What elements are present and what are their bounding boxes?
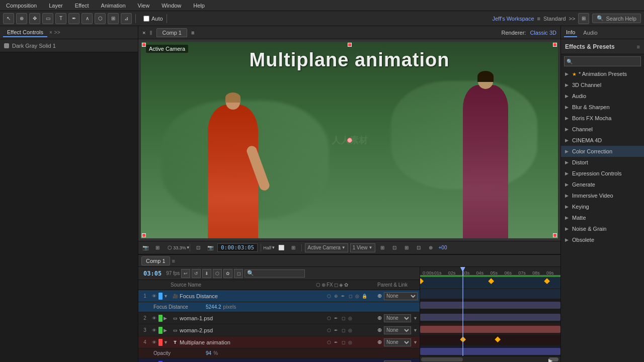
fx-item-obsolete[interactable]: ▶ Obsolete — [561, 234, 644, 245]
vt-grid[interactable]: ⊞ — [401, 243, 412, 253]
sub-prop-value[interactable]: 94 — [206, 350, 211, 356]
keyframe[interactable] — [420, 279, 424, 284]
parent-select[interactable]: None — [384, 326, 411, 334]
handle-bottom-right[interactable] — [553, 233, 557, 237]
li-solo[interactable]: ◎ — [354, 293, 360, 299]
layer-expand[interactable]: ▶ — [164, 328, 171, 333]
vt-pixel[interactable]: ⊞ — [288, 243, 298, 253]
tool-arrow[interactable]: ↖ — [3, 13, 14, 24]
li-markers[interactable]: ◻ — [340, 339, 346, 345]
vt-channels[interactable]: ⊡ — [414, 243, 424, 253]
track-row[interactable] — [420, 345, 560, 356]
vt-quality[interactable]: Half ▼ — [264, 243, 274, 253]
tool-extra1[interactable]: ⊞ — [578, 13, 589, 24]
standard-expand-icon[interactable]: >> — [569, 16, 576, 22]
li-paint[interactable]: ✒ — [340, 293, 346, 299]
comp-tab[interactable]: Comp 1 — [156, 28, 187, 37]
tl-tab-menu[interactable]: ≡ — [172, 258, 175, 264]
fx-item-matte[interactable]: ▶ Matte — [561, 212, 644, 223]
timeline-tab-comp1[interactable]: Comp 1 — [141, 256, 170, 265]
li-transform[interactable]: ⬡ — [326, 327, 332, 333]
search-help-box[interactable]: 🔍 Search Help — [592, 14, 641, 23]
fx-item-audio[interactable]: ▶ Audio — [561, 90, 644, 102]
tool-shape[interactable]: ⬡ — [95, 13, 106, 24]
keyframe[interactable] — [460, 337, 465, 342]
fx-item-animation-presets[interactable]: ▶ ★ * Animation Presets — [561, 68, 644, 79]
track-row[interactable] — [420, 277, 560, 289]
parent-select[interactable]: None — [384, 338, 411, 346]
menu-window[interactable]: Window — [159, 2, 183, 10]
tl-ctrl-3[interactable]: ⬇ — [202, 269, 211, 278]
fx-item-keying[interactable]: ▶ Keying — [561, 201, 644, 212]
auto-checkbox[interactable] — [143, 16, 149, 22]
fx-item-expression-controls[interactable]: ▶ Expression Controls — [561, 168, 644, 179]
menu-composition[interactable]: Composition — [4, 2, 39, 10]
tl-ctrl-4[interactable]: ⬡ — [213, 269, 222, 278]
vt-snapshot[interactable]: 📷 — [140, 243, 150, 253]
keyframe[interactable] — [544, 279, 550, 284]
li-paint[interactable]: ✒ — [333, 339, 339, 345]
parent-select[interactable]: None — [384, 292, 418, 300]
li-solo[interactable]: ◎ — [347, 327, 353, 333]
fx-item-distort[interactable]: ▶ Distort — [561, 157, 644, 168]
renderer-value[interactable]: Classic 3D — [530, 30, 556, 36]
vt-screen[interactable]: ⊞ — [152, 243, 163, 253]
tab-info[interactable]: Info — [564, 28, 577, 37]
panel-close-icon[interactable]: × — [49, 30, 52, 35]
li-effects[interactable]: ⊕ — [333, 293, 339, 299]
handle-bottom-left[interactable] — [142, 233, 146, 237]
fx-item-cinema4d[interactable]: ▶ CINEMA 4D — [561, 135, 644, 146]
layer-row[interactable]: 5 👁 ▼ ▭ Dark Gray Solid 1 ⬡ ✒ ◻ ◎ — [138, 358, 420, 362]
tl-ctrl-1[interactable]: ↩ — [181, 269, 190, 278]
tool-puppet[interactable]: ⊞ — [108, 13, 119, 24]
panel-expand-icon[interactable]: >> — [54, 30, 60, 35]
fx-item-generate[interactable]: ▶ Generate — [561, 179, 644, 190]
layer-expand[interactable]: ▶ — [164, 316, 171, 321]
vt-transparency[interactable]: ⬜ — [276, 243, 286, 253]
vt-timecode[interactable]: 0:00:03:05 — [217, 243, 258, 252]
fx-item-channel[interactable]: ▶ Channel — [561, 124, 644, 135]
li-transform[interactable]: ⬡ — [326, 339, 332, 345]
track-row[interactable] — [420, 323, 560, 335]
tool-text[interactable]: T — [55, 13, 66, 24]
layer-row[interactable]: 3 👁 ▶ ▭ woman-2.psd ⬡ ✒ ◻ ◎ — [138, 324, 420, 336]
menu-animation[interactable]: Animation — [99, 2, 128, 10]
comp-menu-icon[interactable]: ≡ — [191, 30, 194, 36]
tl-scroll-right[interactable]: ▶ — [548, 357, 558, 361]
tl-ctrl-6[interactable]: ◻ — [234, 269, 243, 278]
vt-3d-toggle[interactable]: ⊞ — [377, 243, 387, 253]
li-transform[interactable]: ⬡ — [326, 315, 332, 321]
fx-item-3d-channel[interactable]: ▶ 3D Channel — [561, 79, 644, 90]
keyframe[interactable] — [488, 279, 494, 284]
fx-item-noise-grain[interactable]: ▶ Noise & Grain — [561, 223, 644, 234]
li-markers[interactable]: ◻ — [340, 327, 346, 333]
handle-top-left[interactable] — [142, 43, 146, 47]
vt-safe-zones[interactable]: ⊡ — [389, 243, 399, 253]
menu-help[interactable]: Help — [191, 2, 207, 10]
tab-effect-controls[interactable]: Effect Controls — [3, 28, 47, 37]
vt-zoom-percent[interactable]: 33.3% ▼ — [177, 243, 187, 253]
vt-active-camera[interactable]: Active Camera ▼ — [305, 243, 348, 252]
fx-item-boris-fx[interactable]: ▶ Boris FX Mocha — [561, 113, 644, 124]
fx-search-input[interactable] — [575, 59, 638, 64]
menu-view[interactable]: View — [136, 2, 152, 10]
tl-ctrl-2[interactable]: ↺ — [192, 269, 201, 278]
li-paint[interactable]: ✒ — [333, 315, 339, 321]
layer-expand[interactable]: ▼ — [164, 340, 171, 345]
layer-row[interactable]: 2 👁 ▶ ▭ woman-1.psd ⬡ ✒ ◻ ◎ — [138, 312, 420, 324]
fx-item-blur-sharpen[interactable]: ▶ Blur & Sharpen — [561, 102, 644, 113]
handle-top-right[interactable] — [553, 43, 557, 47]
tl-timecode[interactable]: 03:05 — [140, 270, 165, 277]
tool-clone[interactable]: ∧ — [82, 13, 93, 24]
sub-prop-value[interactable]: 5244.2 — [206, 304, 221, 310]
layer-row[interactable]: 4 👁 ▼ T Multiplane animation ⬡ ✒ ◻ ◎ — [138, 336, 420, 348]
parent-select[interactable]: None — [384, 360, 411, 363]
layer-row[interactable]: 1 👁 ▼ 🎥 Focus Distance ⬡ ⊕ ✒ ◻ ◎ — [138, 290, 420, 302]
layer-visibility[interactable]: 👁 — [150, 327, 157, 334]
tl-ctrl-5[interactable]: ✿ — [223, 269, 232, 278]
li-solo[interactable]: ◎ — [347, 339, 353, 345]
parent-select[interactable]: None — [384, 314, 411, 322]
vt-views[interactable]: 1 View ▼ — [350, 243, 375, 252]
panel-close-icon2[interactable]: × — [142, 30, 145, 36]
fx-item-color-correction[interactable]: ▶ Color Correction — [561, 146, 644, 157]
